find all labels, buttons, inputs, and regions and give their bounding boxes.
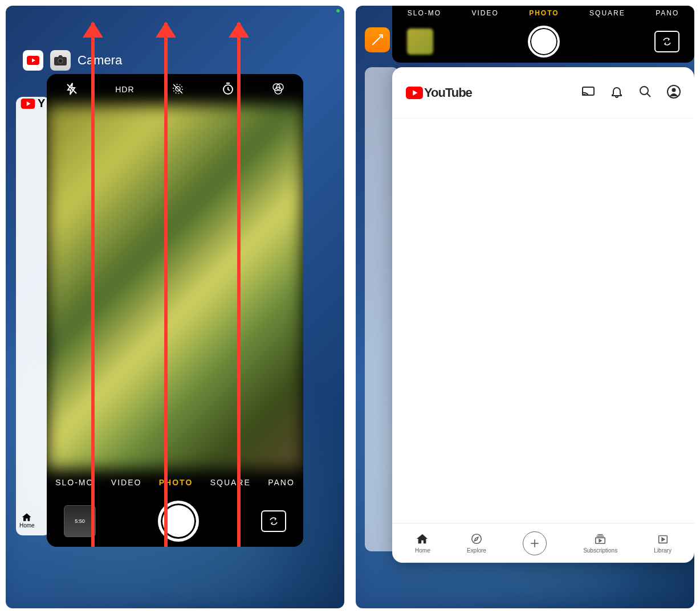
swipe-up-arrow (237, 23, 241, 547)
svg-rect-14 (583, 87, 594, 95)
svg-line-16 (647, 93, 650, 97)
mode-square[interactable]: SQUARE (589, 9, 625, 17)
live-photo-icon[interactable] (171, 82, 185, 97)
camera-card-swiping-out[interactable]: SLO-MO VIDEO PHOTO SQUARE PANO (392, 6, 694, 63)
mode-slomo[interactable]: SLO-MO (55, 478, 93, 487)
timer-icon[interactable] (221, 82, 235, 97)
mode-slomo[interactable]: SLO-MO (408, 9, 441, 17)
mode-video[interactable]: VIDEO (471, 9, 498, 17)
camera-app-card[interactable]: HDR SLO-MO VIDEO PHOTO SQUARE PANO 5:50 (47, 74, 303, 547)
background-home-tab: Home (19, 512, 35, 529)
shutter-button[interactable] (528, 26, 560, 58)
youtube-header-actions (581, 85, 681, 101)
svg-point-19 (472, 534, 482, 544)
filters-icon[interactable] (271, 82, 285, 97)
screenshot-left: Camera Y Home HDR SLO-MO VIDE (6, 6, 344, 608)
camera-bottom-controls: 5:50 (47, 496, 303, 547)
camera-mode-selector[interactable]: SLO-MO VIDEO PHOTO SQUARE PANO (392, 6, 694, 21)
youtube-header: YouTube (392, 67, 694, 118)
mode-video[interactable]: VIDEO (111, 478, 142, 487)
svg-point-3 (59, 59, 62, 63)
flip-camera-button[interactable] (654, 31, 679, 52)
camera-bottom-controls (392, 21, 694, 63)
camera-indicator-dot (336, 9, 340, 13)
camera-viewfinder[interactable] (47, 105, 303, 469)
cast-icon[interactable] (581, 85, 595, 101)
app-title-label: Camera (78, 53, 122, 68)
mode-pano[interactable]: PANO (656, 9, 679, 17)
camera-top-controls: HDR (47, 74, 303, 105)
pages-app-icon (365, 27, 390, 52)
svg-point-18 (672, 88, 676, 92)
youtube-logo[interactable]: YouTube (406, 85, 472, 100)
tab-subscriptions[interactable]: Subscriptions (583, 533, 617, 554)
search-icon[interactable] (638, 85, 652, 101)
youtube-feed-area[interactable] (392, 118, 694, 523)
flash-icon[interactable] (65, 82, 79, 97)
youtube-tab-bar: Home Explore Subscriptions Library (392, 523, 694, 563)
swipe-up-arrow (91, 23, 95, 547)
swipe-up-arrow (164, 23, 168, 547)
screenshot-right: SLO-MO VIDEO PHOTO SQUARE PANO YouTube (356, 6, 694, 608)
app-switcher-header: Camera (23, 50, 122, 71)
last-photo-thumbnail[interactable] (407, 28, 433, 55)
tab-explore[interactable]: Explore (467, 533, 486, 554)
tab-home[interactable]: Home (415, 533, 430, 554)
mode-square[interactable]: SQUARE (210, 478, 251, 487)
tab-library[interactable]: Library (654, 533, 671, 554)
youtube-app-card[interactable]: YouTube Home (392, 67, 694, 563)
camera-mode-selector[interactable]: SLO-MO VIDEO PHOTO SQUARE PANO (47, 469, 303, 496)
flip-camera-button[interactable] (261, 510, 286, 532)
svg-point-15 (640, 87, 648, 95)
camera-app-icon (50, 50, 71, 71)
svg-line-8 (173, 84, 182, 93)
youtube-app-icon (23, 50, 43, 71)
hdr-label[interactable]: HDR (115, 85, 134, 94)
account-icon[interactable] (667, 85, 681, 101)
notifications-icon[interactable] (610, 85, 624, 101)
youtube-background-peek: Y (21, 97, 45, 110)
mode-photo[interactable]: PHOTO (529, 9, 559, 17)
create-button[interactable] (523, 531, 547, 555)
mode-pano[interactable]: PANO (268, 478, 295, 487)
background-app-card[interactable] (16, 97, 50, 535)
